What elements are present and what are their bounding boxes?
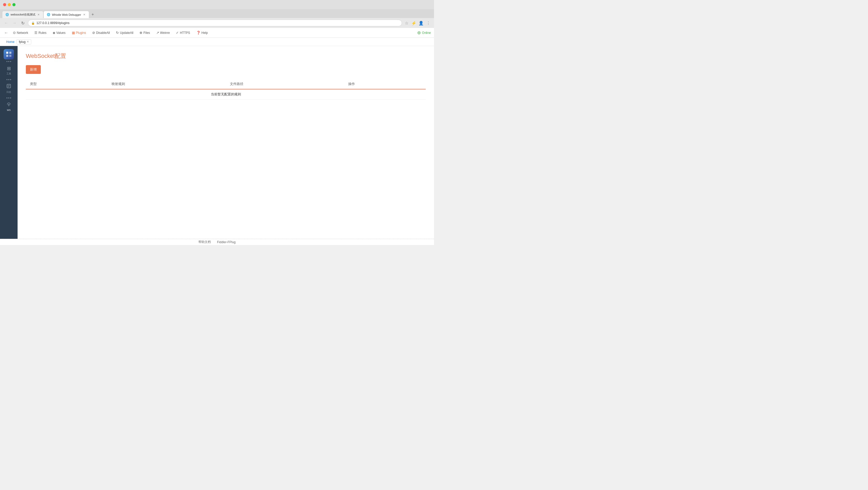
nav-network[interactable]: ⊙ Network [10,30,31,36]
bookmark-icon[interactable]: ☆ [404,21,409,26]
disableall-icon: ⊘ [92,31,95,35]
col-path: 文件路径 [226,79,344,89]
title-bar [0,0,434,9]
breadcrumb: Home fplug ✕ [0,38,434,46]
reload-button[interactable]: ↻ [20,20,26,26]
back-button[interactable]: ← [3,20,9,26]
svg-rect-2 [6,52,8,54]
address-bar[interactable]: 🔒 127.0.0.1:8899/#plugins [28,20,402,26]
config-table: 类型 映射规则 文件路径 操作 当前暂无配置的规则 [26,79,426,99]
page-title: WebSocket配置 [26,52,426,60]
table-header-row: 类型 映射规则 文件路径 操作 [26,79,426,89]
tab-close-2[interactable]: ✕ [83,13,86,16]
table-empty-row: 当前暂无配置的规则 [26,89,426,99]
breadcrumb-home[interactable]: Home [4,39,17,45]
new-tab-button[interactable]: + [89,11,96,18]
traffic-lights [3,3,16,6]
svg-rect-3 [9,52,11,54]
nav-values[interactable]: ◈ Values [50,30,68,36]
rules-icon: ☰ [34,31,37,35]
address-text: 127.0.0.1:8899/#plugins [36,21,69,25]
sidebar-dots-1 [6,59,11,64]
tab-title-2: Whistle Web Debugger [52,13,81,16]
values-icon: ◈ [53,31,55,35]
sidebar-item-tools[interactable]: ⊞ 工具 [2,64,16,78]
add-button[interactable]: 新增 [26,65,41,74]
app-logo [4,49,14,59]
tab-websocket[interactable]: 🌐 websocket在线测试 ✕ [2,11,43,18]
nav-disableall[interactable]: ⊘ DisableAll [90,30,113,36]
app-back-button[interactable]: ← [3,30,9,36]
sidebar-dots-3 [6,96,11,100]
plugins-icon: ▦ [72,31,75,35]
tab-favicon-1: 🌐 [5,13,9,16]
tab-favicon-2: 🌐 [47,13,51,16]
sidebar-dots-2 [6,78,11,82]
tab-title-1: websocket在线测试 [10,13,35,17]
maximize-button[interactable] [12,3,16,6]
app-nav: ← ⊙ Network ☰ Rules ◈ Values ▦ Plugins ⊘… [0,28,434,38]
extension-icon[interactable]: ⚡ [411,21,416,26]
close-button[interactable] [3,3,6,6]
nav-weinre[interactable]: ↗ Weinre [154,30,173,36]
svg-point-10 [8,105,9,106]
tab-whistle[interactable]: 🌐 Whistle Web Debugger ✕ [43,11,89,18]
profile-icon[interactable]: 👤 [418,21,424,26]
menu-icon[interactable]: ⋮ [426,21,431,26]
nav-files[interactable]: ⊕ Files [137,30,152,36]
svg-rect-4 [6,55,8,57]
weinre-icon: ↗ [156,31,159,35]
logo-icon [5,51,12,58]
tab-close-1[interactable]: ✕ [37,13,40,16]
nav-rules[interactable]: ☰ Rules [32,30,49,36]
col-action: 操作 [344,79,426,89]
minimize-button[interactable] [8,3,11,6]
tab-bar: 🌐 websocket在线测试 ✕ 🌐 Whistle Web Debugger… [0,9,434,18]
updateall-icon: ↻ [116,31,119,35]
tools-icon: ⊞ [7,66,11,71]
ws-icon [6,102,11,108]
col-type: 类型 [26,79,107,89]
network-icon: ⊙ [13,31,16,35]
online-icon [417,31,421,35]
footer-help[interactable]: 帮助文档 [198,240,211,244]
forward-button[interactable]: → [11,20,18,26]
nav-updateall[interactable]: ↻ UpdateAll [114,30,136,36]
sidebar: ⊞ 工具 日志 [0,46,18,239]
nav-https[interactable]: ✓ HTTPS [173,30,192,36]
footer-fiddler[interactable]: Fiddler-FPlug [217,240,236,244]
https-icon: ✓ [176,31,179,35]
svg-rect-5 [9,55,11,57]
online-status: Online [417,31,431,35]
help-icon: ❓ [196,31,200,35]
col-rule: 映射规则 [107,79,226,89]
svg-point-1 [418,32,420,33]
nav-plugins[interactable]: ▦ Plugins [69,30,89,36]
content-area: WebSocket配置 新增 类型 映射规则 文件路径 操作 当前暂无配置的规则 [18,46,434,239]
nav-help[interactable]: ❓ Help [194,30,211,36]
breadcrumb-active: fplug ✕ [17,39,31,44]
address-bar-row: ← → ↻ 🔒 127.0.0.1:8899/#plugins ☆ ⚡ 👤 ⋮ [0,18,434,28]
main-layout: ⊞ 工具 日志 [0,46,434,239]
files-icon: ⊕ [140,31,142,35]
empty-message: 当前暂无配置的规则 [26,89,426,99]
log-icon [6,84,11,90]
sidebar-item-ws[interactable]: WS [2,100,16,114]
breadcrumb-close[interactable]: ✕ [27,40,29,43]
footer: 帮助文档 Fiddler-FPlug [0,239,434,245]
sidebar-item-log[interactable]: 日志 [2,82,16,96]
